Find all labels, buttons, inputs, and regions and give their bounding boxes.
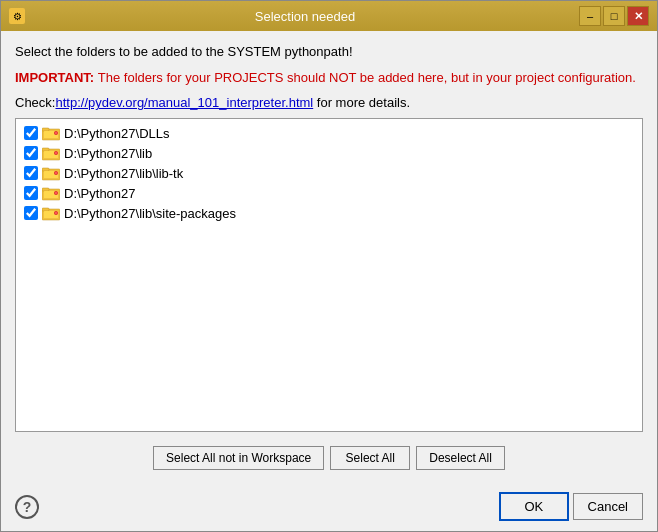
dialog-window: ⚙ Selection needed – □ ✕ Select the fold… [0, 0, 658, 532]
folder-checkbox-3[interactable] [24, 186, 38, 200]
documentation-link[interactable]: http://pydev.org/manual_101_interpreter.… [55, 95, 313, 110]
window-controls: – □ ✕ [579, 6, 649, 26]
list-item: D:\Python27\lib\lib-tk [18, 163, 640, 183]
folder-icon [42, 125, 60, 141]
link-line: Check:http://pydev.org/manual_101_interp… [15, 95, 643, 110]
list-item: D:\Python27 [18, 183, 640, 203]
folder-icon [42, 145, 60, 161]
folder-path-label: D:\Python27\lib\lib-tk [64, 166, 183, 181]
important-body: The folders for your PROJECTS should NOT… [98, 70, 636, 85]
cancel-button[interactable]: Cancel [573, 493, 643, 520]
folder-checkbox-0[interactable] [24, 126, 38, 140]
close-button[interactable]: ✕ [627, 6, 649, 26]
important-text: IMPORTANT: The folders for your PROJECTS… [15, 69, 643, 87]
ok-button[interactable]: OK [499, 492, 569, 521]
svg-point-4 [55, 132, 57, 134]
help-button[interactable]: ? [15, 495, 39, 519]
svg-rect-21 [42, 208, 49, 211]
svg-rect-6 [42, 148, 49, 151]
folder-path-label: D:\Python27 [64, 186, 136, 201]
instruction-text: Select the folders to be added to the SY… [15, 43, 643, 61]
svg-rect-16 [42, 188, 49, 191]
minimize-button[interactable]: – [579, 6, 601, 26]
list-item: D:\Python27\lib [18, 143, 640, 163]
svg-rect-11 [42, 168, 49, 171]
folder-icon [42, 185, 60, 201]
folder-path-label: D:\Python27\lib [64, 146, 152, 161]
folder-checkbox-2[interactable] [24, 166, 38, 180]
svg-point-14 [55, 172, 57, 174]
folder-checkbox-4[interactable] [24, 206, 38, 220]
link-prefix: Check: [15, 95, 55, 110]
restore-button[interactable]: □ [603, 6, 625, 26]
svg-point-19 [55, 192, 57, 194]
select-all-button[interactable]: Select All [330, 446, 410, 470]
title-bar: ⚙ Selection needed – □ ✕ [1, 1, 657, 31]
folder-list: D:\Python27\DLLsD:\Python27\libD:\Python… [15, 118, 643, 432]
main-content: Select the folders to be added to the SY… [1, 31, 657, 486]
folder-icon [42, 165, 60, 181]
deselect-all-button[interactable]: Deselect All [416, 446, 505, 470]
bottom-row: ? OK Cancel [1, 486, 657, 531]
important-prefix: IMPORTANT: [15, 70, 98, 85]
svg-rect-1 [42, 128, 49, 131]
svg-point-24 [55, 212, 57, 214]
list-item: D:\Python27\lib\site-packages [18, 203, 640, 223]
svg-point-9 [55, 152, 57, 154]
select-not-workspace-button[interactable]: Select All not in Workspace [153, 446, 324, 470]
window-title: Selection needed [31, 9, 579, 24]
folder-path-label: D:\Python27\DLLs [64, 126, 170, 141]
folder-icon [42, 205, 60, 221]
action-buttons-row: Select All not in Workspace Select All D… [15, 440, 643, 474]
link-suffix: for more details. [313, 95, 410, 110]
folder-checkbox-1[interactable] [24, 146, 38, 160]
list-item: D:\Python27\DLLs [18, 123, 640, 143]
window-icon: ⚙ [9, 8, 25, 24]
folder-path-label: D:\Python27\lib\site-packages [64, 206, 236, 221]
